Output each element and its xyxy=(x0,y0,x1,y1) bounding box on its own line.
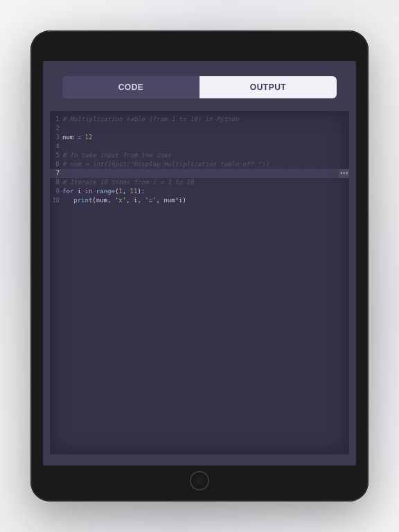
line-number: 8 xyxy=(50,178,62,187)
code-content: # To take input from the user xyxy=(62,151,171,160)
code-line[interactable]: 4 xyxy=(50,142,349,151)
code-content: # Multiplication table (from 1 to 10) in… xyxy=(62,115,239,124)
line-number: 1 xyxy=(50,115,62,124)
code-content: print(num, 'x', i, '=', num*i) xyxy=(62,196,186,205)
tab-bar: CODE OUTPUT xyxy=(43,61,356,107)
code-line[interactable]: 3num = 12 xyxy=(50,133,349,142)
screen: CODE OUTPUT 1# Multiplication table (fro… xyxy=(43,61,356,466)
line-number: 9 xyxy=(50,187,62,196)
line-number: 10 xyxy=(50,196,62,205)
code-editor[interactable]: 1# Multiplication table (from 1 to 10) i… xyxy=(50,111,349,454)
code-line[interactable]: 1# Multiplication table (from 1 to 10) i… xyxy=(50,115,349,124)
line-number: 2 xyxy=(50,124,62,133)
code-line[interactable]: 6# num = int(input("Display multiplicati… xyxy=(50,160,349,169)
code-line[interactable]: 7 xyxy=(50,169,349,178)
tab-code[interactable]: CODE xyxy=(62,76,200,98)
code-line[interactable]: 5# To take input from the user xyxy=(50,151,349,160)
code-line[interactable]: 8# Iterate 10 times from i = 1 to 10 xyxy=(50,178,349,187)
code-content: for i in range(1, 11): xyxy=(62,187,145,196)
tab-output[interactable]: OUTPUT xyxy=(200,76,337,98)
code-content: # Iterate 10 times from i = 1 to 10 xyxy=(62,178,194,187)
line-number: 3 xyxy=(50,133,62,142)
code-line[interactable]: 10 print(num, 'x', i, '=', num*i) xyxy=(50,196,349,205)
line-number: 5 xyxy=(50,151,62,160)
code-content: # num = int(input("Display multiplicatio… xyxy=(62,160,269,169)
home-button[interactable] xyxy=(190,471,209,490)
code-content: num = 12 xyxy=(62,133,92,142)
tablet-frame: CODE OUTPUT 1# Multiplication table (fro… xyxy=(30,30,369,502)
code-line[interactable]: 9for i in range(1, 11): xyxy=(50,187,349,196)
line-number: 7 xyxy=(50,169,62,178)
line-number: 4 xyxy=(50,142,62,151)
code-line[interactable]: 2 xyxy=(50,124,349,133)
line-number: 6 xyxy=(50,160,62,169)
